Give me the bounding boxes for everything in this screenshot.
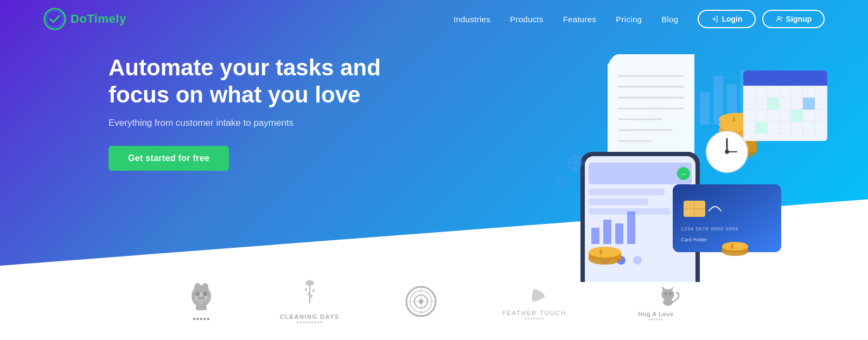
svg-point-99 (310, 294, 312, 298)
illustration-svg: $ (510, 43, 835, 282)
svg-point-92 (198, 299, 205, 304)
brand-cleaning-text: CLEANING DAYS ●●●●●●●●● (280, 313, 340, 324)
svg-point-86 (202, 283, 208, 292)
svg-text:→: → (680, 170, 687, 178)
brand-dog-text: ●●●●● (193, 316, 210, 322)
nav-features[interactable]: Features (563, 15, 597, 24)
brand-feather-logo (513, 283, 556, 307)
svg-point-2 (777, 16, 780, 19)
svg-rect-55 (603, 220, 611, 244)
svg-point-78 (589, 247, 621, 258)
nav-pricing[interactable]: Pricing (616, 15, 642, 24)
svg-point-96 (305, 288, 307, 291)
svg-point-97 (312, 289, 315, 292)
svg-rect-72 (567, 161, 571, 164)
brand-circle-logo (405, 285, 437, 318)
svg-rect-50 (589, 198, 648, 205)
svg-rect-57 (627, 211, 635, 244)
nav-industries[interactable]: Industries (454, 15, 490, 24)
svg-rect-39 (791, 110, 803, 121)
svg-point-90 (195, 292, 200, 296)
brand-dog: ●●●●● (188, 281, 215, 322)
brand-hug-a-love: Hug A Love ●●●●●● (631, 281, 680, 321)
svg-text:$: $ (731, 243, 734, 249)
svg-point-111 (669, 292, 671, 296)
svg-point-60 (633, 256, 642, 265)
cta-button[interactable]: Get started for free (108, 146, 229, 171)
nav-blog[interactable]: Blog (661, 15, 678, 24)
svg-rect-54 (591, 228, 599, 244)
brand-feather-touch: FEATHER TOUCH ●●●●●●● (502, 283, 566, 320)
svg-rect-48 (589, 163, 692, 184)
svg-point-75 (560, 180, 564, 184)
navbar: DoTimely Industries Products Features Pr… (0, 0, 868, 38)
svg-point-110 (665, 292, 667, 296)
svg-rect-71 (573, 166, 577, 171)
brand-cleaning: CLEANING DAYS ●●●●●●●●● (280, 279, 340, 324)
svg-point-85 (194, 283, 201, 292)
signup-button[interactable]: Signup (762, 10, 825, 28)
logo-icon (43, 8, 66, 30)
svg-rect-7 (700, 92, 710, 125)
login-icon (711, 15, 718, 23)
svg-point-98 (308, 292, 310, 296)
svg-rect-56 (615, 223, 623, 244)
svg-point-91 (203, 292, 207, 296)
svg-text:1234  5678  9000  0056: 1234 5678 9000 0056 (681, 226, 739, 232)
hero-subtitle: Everything from customer intake to payme… (108, 118, 391, 129)
svg-point-105 (419, 299, 423, 304)
svg-rect-38 (767, 98, 779, 110)
nav-links: Industries Products Features Pricing Blo… (454, 15, 678, 24)
brand-hug-logo (631, 281, 680, 309)
svg-point-0 (44, 9, 65, 29)
logo[interactable]: DoTimely (43, 8, 126, 30)
logo-text: DoTimely (71, 12, 126, 26)
hero-illustration: $ (510, 43, 835, 282)
svg-point-1 (47, 11, 63, 28)
svg-rect-41 (803, 98, 815, 110)
brand-feather-text: FEATHER TOUCH ●●●●●●● (502, 310, 566, 320)
svg-point-82 (722, 242, 748, 251)
nav-buttons: Login Signup (698, 10, 825, 28)
login-button[interactable]: Login (698, 10, 755, 28)
svg-rect-27 (743, 80, 827, 86)
svg-point-69 (572, 160, 578, 165)
nav-products[interactable]: Products (510, 15, 544, 24)
svg-text:$: $ (732, 117, 736, 123)
svg-rect-73 (579, 161, 583, 164)
svg-point-109 (663, 298, 673, 306)
svg-rect-93 (196, 306, 207, 310)
hero-content: Automate your tasks and focus on what yo… (108, 54, 391, 171)
svg-rect-40 (755, 121, 767, 133)
svg-rect-70 (573, 155, 577, 159)
hero-section: DoTimely Industries Products Features Pr… (0, 0, 868, 340)
svg-rect-49 (589, 189, 665, 195)
brand-cleaning-logo (291, 279, 329, 311)
svg-text:$: $ (599, 249, 603, 255)
brand-dog-logo (188, 281, 215, 313)
svg-text:Card Holder: Card Holder (681, 237, 707, 242)
svg-point-95 (305, 280, 314, 286)
brand-hug-text: Hug A Love ●●●●●● (638, 311, 673, 321)
brand-circle (405, 285, 437, 318)
hero-title: Automate your tasks and focus on what yo… (108, 54, 391, 109)
signup-icon (775, 15, 783, 23)
